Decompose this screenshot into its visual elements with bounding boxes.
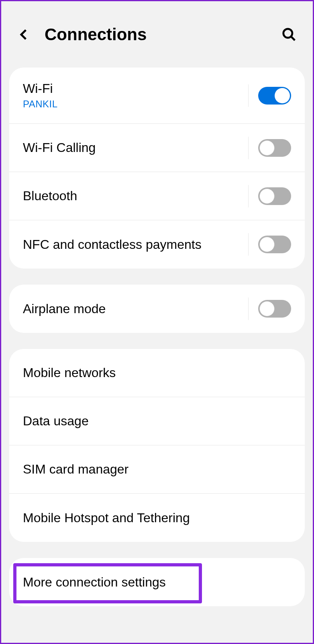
search-icon[interactable] [281,27,297,42]
row-text: NFC and contactless payments [23,237,248,252]
row-text: Airplane mode [23,301,248,316]
row-text: Mobile networks [23,365,291,380]
settings-group-airplane: Airplane mode [9,285,305,333]
row-label: NFC and contactless payments [23,237,248,252]
wifi-calling-toggle[interactable] [258,139,291,157]
wifi-network-name: PANKIL [23,98,248,110]
row-text: Data usage [23,414,291,429]
nfc-toggle[interactable] [258,236,291,253]
row-label: Mobile networks [23,365,291,380]
row-text: Wi-Fi Calling [23,140,248,155]
page-title: Connections [45,25,281,44]
row-more-connection-settings[interactable]: More connection settings [9,558,305,606]
settings-group-more: More connection settings [9,558,305,606]
row-text: Mobile Hotspot and Tethering [23,511,291,525]
toggle-container [248,185,291,207]
row-label: Data usage [23,414,291,429]
row-label: Wi-Fi [23,81,248,96]
row-wifi-calling[interactable]: Wi-Fi Calling [9,124,305,172]
row-mobile-hotspot[interactable]: Mobile Hotspot and Tethering [9,494,305,542]
toggle-container [248,233,291,256]
settings-group-mobile: Mobile networks Data usage SIM card mana… [9,349,305,542]
row-text: Wi-Fi PANKIL [23,81,248,110]
row-wifi[interactable]: Wi-Fi PANKIL [9,68,305,124]
row-text: More connection settings [23,575,291,590]
svg-point-0 [283,29,292,37]
row-sim-card-manager[interactable]: SIM card manager [9,445,305,494]
airplane-toggle[interactable] [258,300,291,318]
back-icon[interactable] [17,28,31,41]
row-airplane-mode[interactable]: Airplane mode [9,285,305,333]
settings-group-connectivity: Wi-Fi PANKIL Wi-Fi Calling Bluetooth NFC… [9,68,305,269]
header: Connections [1,1,313,68]
row-label: More connection settings [23,575,291,590]
row-label: Airplane mode [23,301,248,316]
row-label: Wi-Fi Calling [23,140,248,155]
row-label: SIM card manager [23,462,291,477]
bluetooth-toggle[interactable] [258,187,291,205]
row-bluetooth[interactable]: Bluetooth [9,172,305,220]
row-mobile-networks[interactable]: Mobile networks [9,349,305,397]
row-data-usage[interactable]: Data usage [9,397,305,445]
toggle-container [248,137,291,159]
row-label: Mobile Hotspot and Tethering [23,511,291,525]
row-text: SIM card manager [23,462,291,477]
toggle-container [248,84,291,107]
row-nfc[interactable]: NFC and contactless payments [9,220,305,269]
wifi-toggle[interactable] [258,87,291,105]
row-label: Bluetooth [23,189,248,203]
toggle-container [248,297,291,320]
svg-line-1 [291,36,295,40]
row-text: Bluetooth [23,189,248,203]
